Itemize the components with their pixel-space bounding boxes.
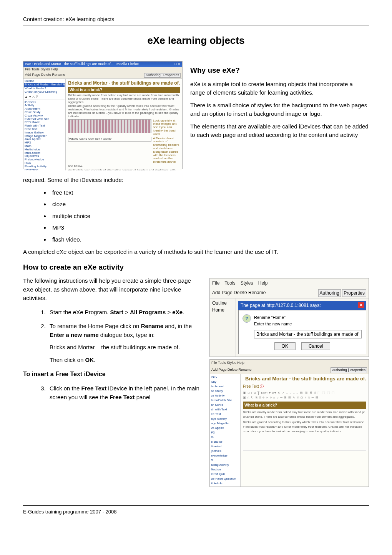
dialog-titlebar: The page at http://127.0.0.1:8081 says: … [238, 301, 366, 310]
screenshot-rename-and-editor: File Tools Styles Help Add Page Delete R… [209, 278, 369, 487]
menubar: File Tools Styles Help [23, 67, 182, 72]
question-icon: ? [243, 314, 251, 323]
dialog-text: Enter the new name [254, 321, 292, 327]
list-item: cloze [50, 200, 369, 209]
page-header: Content creation: eXe learning objects [23, 15, 369, 25]
page-footer: E-Guides training programme 2007 - 2008 [23, 505, 369, 516]
paragraph: required. Some of the iDevices include: [23, 176, 369, 185]
list-item: multiple choice [50, 212, 369, 221]
tab-properties: Properties [342, 289, 366, 297]
tab-authoring: Authoring [318, 289, 341, 297]
outline-panel: Outline Home [210, 298, 236, 357]
screenshot-exe-main: eXe : Bricks and Mortar - the stuff buil… [23, 61, 183, 169]
content-panel: Bricks and Mortar - the stuff buildings … [66, 79, 182, 170]
screenshot-freetext-editor: File Tools Styles Help Add Page Delete R… [209, 359, 369, 487]
close-icon[interactable]: × [358, 302, 364, 308]
list-item: flash video. [50, 235, 369, 244]
menubar: File Tools Styles Help [210, 278, 369, 288]
window-controls: – □ ✕ [172, 62, 181, 66]
screenshot-rename-dialog: File Tools Styles Help Add Page Delete R… [209, 278, 369, 357]
outline-panel: Outline Bricks and Mortar - the stuff bu… [23, 79, 66, 170]
toolbar-actions: Add Page Delete Rename [25, 73, 65, 78]
list-item: MP3 [50, 223, 369, 232]
paragraph: A completed eXe object can be exported i… [23, 248, 369, 257]
dialog-text: Rename "Home" [254, 314, 292, 321]
cancel-button[interactable]: Cancel [301, 342, 330, 350]
rename-input[interactable] [254, 330, 362, 338]
list-item: free text [50, 188, 369, 197]
tabs: Authoring | Properties [144, 73, 181, 78]
ok-button[interactable]: OK [274, 342, 296, 350]
page-title: eXe learning objects [23, 33, 369, 48]
section-howto: How to create an eXe activity [23, 262, 369, 273]
toolbar-actions: Add Page Delete Rename [212, 289, 266, 297]
idevice-list: free text cloze multiple choice MP3 flas… [50, 188, 369, 244]
window-title: eXe : Bricks and Mortar - the stuff buil… [25, 62, 139, 66]
